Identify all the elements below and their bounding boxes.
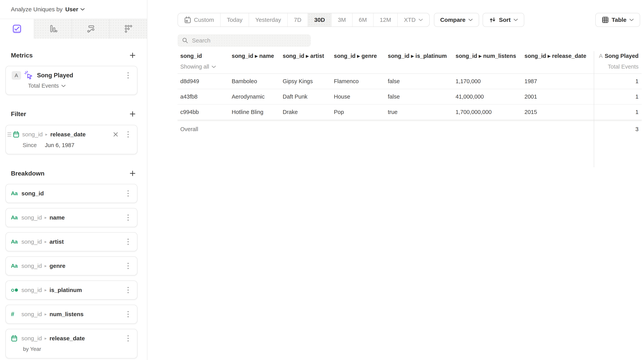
calendar-icon	[184, 16, 191, 24]
breakdown-card[interactable]: # song_id ▸ num_listens	[6, 305, 138, 324]
range-today-button[interactable]: Today	[220, 13, 248, 27]
sort-button[interactable]: Sort	[482, 13, 524, 27]
table-grid-icon	[602, 16, 609, 24]
filter-value[interactable]: Jun 6, 1987	[45, 142, 74, 148]
app-window: Analyze Uniques by User	[0, 0, 644, 360]
table-row[interactable]: a43fb8 Aerodynamic Daft Punk House false…	[178, 89, 642, 105]
range-label: 7D	[294, 17, 301, 23]
metric-card[interactable]: A Song Played Total Events	[6, 66, 138, 95]
filter-card[interactable]: song_id ▸ release_date Since Jun 6, 1987	[6, 125, 138, 154]
breakdown-section-header: Breakdown	[11, 169, 137, 178]
drag-handle-icon[interactable]	[8, 133, 11, 137]
overall-row: Overall 3	[178, 120, 642, 137]
column-header-is-platinum[interactable]: song_id ▸ is_platinum	[388, 53, 456, 59]
chevron-down-icon	[468, 19, 473, 21]
range-6m-button[interactable]: 6M	[352, 13, 373, 27]
range-label: 6M	[359, 17, 367, 23]
column-header-metric[interactable]: ASong Played	[594, 53, 642, 59]
search-input[interactable]	[192, 37, 306, 44]
breakdown-more-menu[interactable]	[124, 263, 132, 269]
tab-bar-chart[interactable]	[34, 19, 72, 39]
breakdown-card[interactable]: Aa song_id ▸ name	[6, 208, 138, 227]
compare-button[interactable]: Compare	[434, 13, 479, 27]
tab-retention[interactable]	[109, 19, 147, 39]
cell-metric-value: 1	[594, 94, 642, 100]
add-breakdown-button[interactable]	[128, 169, 137, 178]
chevron-down-icon	[513, 19, 518, 21]
table-row[interactable]: d8d949 Bamboleo Gipsy Kings Flamenco fal…	[178, 74, 642, 89]
date-bucket-label[interactable]: by Year	[23, 346, 132, 352]
filter-more-menu[interactable]	[124, 131, 132, 138]
add-metric-button[interactable]	[128, 51, 137, 60]
column-header-name[interactable]: song_id ▸ name	[232, 53, 283, 59]
column-header-song-id[interactable]: song_id	[178, 53, 232, 59]
column-header-release-date[interactable]: song_id ▸ release_date	[524, 53, 594, 59]
cell-metric-value: 1	[594, 78, 642, 85]
compare-label: Compare	[440, 17, 466, 23]
property-arrow: ▸	[45, 132, 48, 137]
filter-operator[interactable]: Since	[22, 142, 37, 148]
filter-section-header: Filter	[11, 110, 137, 118]
tab-flows[interactable]	[72, 19, 110, 39]
property-arrow: ▸	[44, 312, 47, 317]
filter-property: release_date	[50, 131, 86, 138]
view-label: Table	[612, 17, 626, 23]
range-12m-button[interactable]: 12M	[373, 13, 397, 27]
entity-label: User	[65, 6, 78, 13]
breakdown-more-menu[interactable]	[124, 311, 132, 317]
chart-type-tabs	[0, 19, 147, 39]
chevron-down-icon	[212, 66, 216, 68]
search-icon	[182, 37, 188, 44]
range-7d-button[interactable]: 7D	[287, 13, 308, 27]
plus-icon	[130, 111, 136, 117]
breakdown-more-menu[interactable]	[124, 239, 132, 245]
showing-all-label: Showing all	[180, 64, 209, 70]
cell-is-platinum: false	[388, 94, 456, 100]
property-arrow: ▸	[44, 336, 47, 341]
cell-name: Aerodynamic	[232, 94, 283, 100]
breakdown-more-menu[interactable]	[124, 190, 132, 197]
breakdown-more-menu[interactable]	[124, 335, 132, 341]
property-arrow: ▸	[44, 287, 47, 293]
property-arrow: ▸	[44, 263, 47, 268]
aggregation-dropdown[interactable]: Total Events	[28, 83, 132, 89]
range-3m-button[interactable]: 3M	[331, 13, 352, 27]
entity-dropdown[interactable]: User	[65, 6, 85, 13]
cell-genre: Flamenco	[334, 78, 388, 85]
range-xtd-button[interactable]: XTD	[397, 13, 429, 27]
analysis-header: Analyze Uniques by User	[0, 0, 147, 19]
breakdown-card[interactable]: Aa song_id ▸ artist	[6, 232, 138, 251]
breakdown-card[interactable]: Aa song_id ▸ genre	[6, 256, 138, 275]
remove-filter-icon[interactable]	[112, 131, 119, 138]
breakdown-more-menu[interactable]	[124, 214, 132, 221]
cell-song-id: a43fb8	[178, 94, 232, 100]
range-yesterday-button[interactable]: Yesterday	[248, 13, 287, 27]
visualization-picker-button[interactable]: Table	[595, 13, 640, 27]
range-label: Yesterday	[255, 17, 281, 23]
line-chart-icon	[12, 24, 22, 34]
breakdown-property: is_platinum	[50, 287, 82, 293]
table-row[interactable]: c994bb Hotline Bling Drake Pop true 1,70…	[178, 105, 642, 120]
column-header-num-listens[interactable]: song_id ▸ num_listens	[456, 53, 524, 59]
cell-is-platinum: false	[388, 78, 456, 85]
range-30d-button[interactable]: 30D	[308, 13, 331, 27]
column-header-genre[interactable]: song_id ▸ genre	[334, 53, 388, 59]
cell-genre: Pop	[334, 109, 388, 115]
breakdown-more-menu[interactable]	[124, 287, 132, 293]
range-custom-button[interactable]: Custom	[178, 13, 220, 27]
breakdown-prefix: song_id	[22, 311, 42, 317]
chevron-down-icon	[61, 85, 66, 87]
cell-is-platinum: true	[388, 109, 456, 115]
breakdown-card[interactable]: song_id ▸ release_date by Year	[6, 329, 138, 358]
breakdown-card[interactable]: song_id ▸ is_platinum	[6, 280, 138, 300]
add-filter-button[interactable]	[128, 110, 137, 118]
tab-insights-line-chart[interactable]	[0, 19, 34, 39]
chevron-down-icon	[418, 19, 423, 21]
metric-column-divider	[594, 51, 594, 167]
metric-event-name: Song Played	[37, 72, 73, 79]
metric-more-menu[interactable]	[124, 72, 132, 79]
query-builder-sidebar: Analyze Uniques by User	[0, 0, 147, 360]
column-header-artist[interactable]: song_id ▸ artist	[283, 53, 334, 59]
breakdown-card[interactable]: Aa song_id	[6, 184, 138, 203]
showing-all-dropdown[interactable]: Showing all	[178, 64, 232, 70]
